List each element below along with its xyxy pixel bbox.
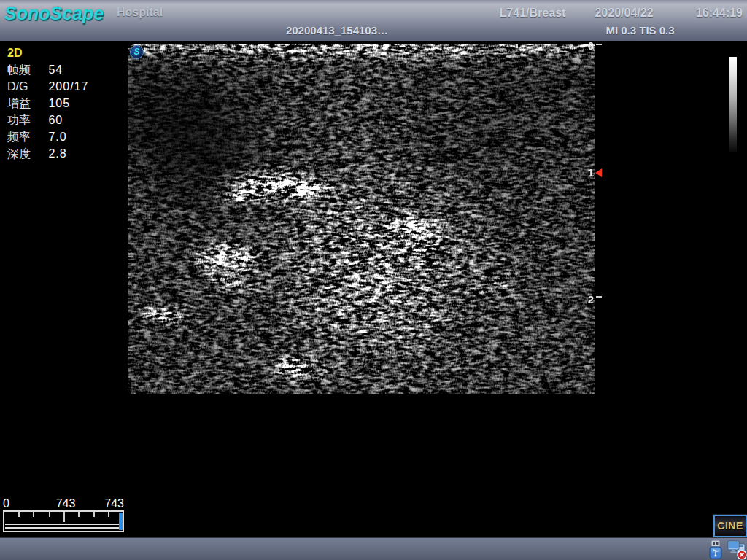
sonoscape-logo: SonoScape — [4, 3, 104, 24]
param-label: 深度 — [7, 145, 45, 162]
hospital-name: Hospital — [117, 6, 163, 19]
param-row-depth: 深度 2.8 — [7, 145, 88, 162]
cine-track — [5, 524, 122, 529]
param-row-power: 功率 60 — [7, 112, 88, 128]
probe-preset: L741/Breast — [478, 7, 587, 20]
cine-tick — [93, 512, 95, 517]
depth-tick-2 — [596, 296, 602, 298]
param-row-dynamic-range: D/G 200/17 — [7, 78, 88, 95]
cine-scrubber[interactable] — [3, 510, 124, 532]
probe-orientation-icon: S — [130, 45, 144, 59]
param-label: 频率 — [7, 128, 45, 145]
param-label: 功率 — [7, 112, 45, 128]
cine-tick-center — [63, 512, 65, 522]
cine-tick — [33, 512, 34, 517]
param-value: 200/17 — [48, 80, 88, 93]
network-disconnected-icon[interactable] — [727, 539, 747, 560]
param-row-gain: 增益 105 — [7, 95, 88, 112]
cine-start-frame: 0 — [3, 497, 9, 510]
study-id: 20200413_154103… — [271, 24, 403, 36]
cine-position-marker[interactable] — [119, 513, 123, 530]
taskbar — [0, 537, 747, 560]
param-label: D/G — [7, 78, 45, 95]
ultrasound-b-mode-image[interactable] — [128, 44, 595, 394]
depth-tick-0 — [596, 44, 602, 45]
top-status-bar: SonoScape Hospital L741/Breast 2020/04/2… — [0, 0, 747, 41]
depth-mark-1: 1 — [586, 166, 596, 179]
imaging-parameters-panel: 2D 帧频 54 D/G 200/17 增益 105 功率 60 频率 7.0 … — [7, 44, 88, 162]
ultrasound-image-area[interactable]: S — [128, 44, 595, 394]
cine-tick — [49, 512, 50, 517]
depth-mark-2: 2 — [586, 293, 596, 306]
param-value: 2.8 — [48, 147, 66, 160]
system-date: 2020/04/22 — [589, 7, 659, 20]
cine-current-frame: 743 — [42, 497, 89, 510]
param-label: 帧频 — [7, 61, 45, 78]
param-value: 54 — [48, 63, 63, 76]
cine-tick — [18, 512, 20, 517]
usb-icon[interactable] — [706, 540, 725, 560]
param-value: 105 — [48, 97, 70, 109]
cine-total-frames: 743 — [104, 497, 124, 510]
focus-caret[interactable] — [595, 168, 602, 177]
grayscale-bar — [729, 57, 737, 152]
cine-tick — [108, 512, 109, 517]
cine-tick — [78, 512, 80, 517]
depth-mark-0: 0 — [586, 39, 596, 52]
param-value: 7.0 — [48, 131, 66, 143]
system-time: 16:44:19 — [681, 7, 743, 20]
param-value: 60 — [48, 114, 63, 126]
cine-button[interactable]: CINE — [713, 515, 747, 537]
mode-label: 2D — [7, 44, 88, 61]
mi-tis-readout: MI 0.3 TIS 0.3 — [584, 24, 697, 36]
param-row-frame-rate: 帧频 54 — [7, 61, 88, 78]
param-label: 增益 — [7, 95, 45, 112]
param-row-frequency: 频率 7.0 — [7, 128, 88, 145]
cine-frame-labels: 0 743 743 — [3, 497, 125, 510]
ultrasound-screen: SonoScape Hospital L741/Breast 2020/04/2… — [0, 0, 747, 560]
